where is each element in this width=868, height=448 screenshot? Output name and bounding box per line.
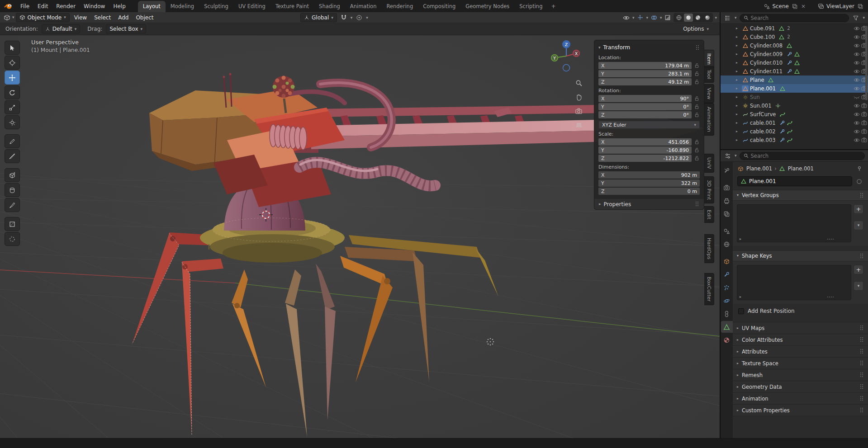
add-vertex-group-button[interactable]: + (854, 204, 863, 214)
panel-color-attributes[interactable]: ▸Color Attributes (733, 334, 868, 345)
outliner-item[interactable]: ▸Cube.0912 (721, 24, 868, 33)
unlink-icon[interactable]: × (800, 3, 806, 9)
outliner-item[interactable]: ▸Sun (721, 93, 868, 101)
lock-icon[interactable] (693, 95, 700, 102)
shading-options-caret-icon[interactable]: ▾ (715, 16, 717, 20)
vertex-group-specials-button[interactable]: ▾ (854, 221, 863, 230)
tool-add-cube[interactable] (5, 168, 20, 182)
visibility-icon[interactable] (622, 14, 631, 22)
mesh-data-icon[interactable] (779, 165, 786, 172)
show-overlays-icon[interactable] (650, 14, 658, 22)
toggle-xray-icon[interactable] (664, 14, 672, 22)
properties-tab-modifiers[interactable] (721, 269, 733, 280)
tool-rotate[interactable] (5, 85, 20, 99)
eye-icon[interactable] (853, 60, 860, 66)
properties-tab-object[interactable] (721, 255, 733, 267)
vertex-groups-panel-header[interactable]: ▾ Vertex Groups (733, 190, 868, 201)
eye-icon[interactable] (853, 25, 860, 32)
n-panel-tab-edit[interactable]: Edit (704, 206, 714, 223)
properties-tab-constraints[interactable] (721, 308, 733, 320)
editor-type-icon[interactable] (3, 14, 11, 22)
tool-transform[interactable] (5, 115, 20, 129)
expand-icon[interactable]: ▸ (736, 69, 742, 73)
outliner-scrollbar[interactable] (865, 26, 868, 100)
workspace-tab-texture-paint[interactable]: Texture Paint (270, 1, 314, 12)
navigation-gizmo[interactable]: Z X Y (551, 40, 580, 71)
panel-uv-maps[interactable]: ▸UV Maps (733, 322, 868, 334)
outliner-item[interactable]: ▸Cylinder.010 (721, 58, 868, 67)
expand-icon[interactable]: ▸ (736, 95, 742, 99)
expand-icon[interactable]: ▸ (736, 26, 742, 30)
rotation-y-field[interactable]: Y0° (598, 103, 692, 110)
dimensions-x-field[interactable]: X902 m (598, 171, 700, 179)
shading-wireframe-icon[interactable] (674, 14, 683, 22)
outliner-search-input[interactable]: Search (740, 14, 849, 22)
eye-icon[interactable] (853, 128, 860, 135)
expand-icon[interactable]: ▸ (736, 35, 742, 39)
properties-tab-output[interactable] (721, 195, 733, 207)
properties-tab-tool[interactable] (721, 165, 733, 176)
list-resize-grip[interactable] (827, 297, 834, 298)
copy-icon[interactable] (791, 3, 798, 9)
outliner-options-caret-icon[interactable]: ▾ (863, 16, 865, 20)
n-panel-tab-animation[interactable]: Animation (704, 103, 714, 136)
eye-icon[interactable] (853, 85, 860, 92)
panel-animation[interactable]: ▸Animation (733, 392, 868, 404)
show-overlays-caret-icon[interactable]: ▾ (660, 16, 662, 20)
tool-move[interactable] (5, 71, 20, 85)
n-panel-tab-item[interactable]: Item (704, 50, 714, 68)
panel-texture-space[interactable]: ▸Texture Space (733, 357, 868, 369)
camera-view-icon[interactable] (574, 106, 584, 116)
lock-icon[interactable] (693, 147, 700, 153)
visibility-caret-icon[interactable]: ▾ (632, 16, 635, 20)
scene-name[interactable]: Scene (772, 3, 789, 9)
camera-icon[interactable] (860, 111, 868, 118)
shading-rendered-icon[interactable] (703, 14, 712, 22)
shading-solid-icon[interactable] (684, 14, 693, 22)
list-filter-icon[interactable]: ▸ (740, 237, 741, 241)
transform-panel-header[interactable]: ▾ Transform (598, 42, 700, 52)
menu-help[interactable]: Help (109, 1, 129, 11)
vertex-groups-list[interactable]: ▸ (737, 204, 851, 242)
menu-window[interactable]: Window (80, 1, 109, 11)
viewport-menu-object[interactable]: Object (133, 13, 157, 22)
expand-icon[interactable]: ▸ (736, 121, 742, 125)
dimensions-y-field[interactable]: Y322 m (598, 179, 700, 187)
n-panel-tab-view[interactable]: View (704, 84, 714, 103)
tool-cursor[interactable] (5, 56, 20, 70)
object-cube-icon[interactable] (737, 165, 744, 172)
lock-icon[interactable] (693, 104, 700, 110)
expand-icon[interactable]: ▸ (736, 78, 742, 82)
panel-geometry-data[interactable]: ▸Geometry Data (733, 381, 868, 392)
shape-keys-panel-header[interactable]: ▾ Shape Keys (733, 250, 868, 261)
location-x-field[interactable]: X179.04 m (598, 62, 692, 69)
n-panel-tab-hardops[interactable]: HardOps (704, 234, 714, 263)
properties-tab-object-data[interactable] (721, 321, 733, 333)
properties-tab-world[interactable] (721, 238, 733, 250)
scale-x-field[interactable]: X451.056 (598, 138, 692, 146)
outliner-item[interactable]: ▸Cube.1002 (721, 33, 868, 41)
eye-icon[interactable] (853, 42, 860, 49)
drag-dropdown[interactable]: Select Box▾ (106, 24, 146, 33)
outliner-item[interactable]: ▸cable.003 (721, 136, 868, 144)
shape-key-specials-button[interactable]: ▾ (854, 281, 863, 291)
outliner-item[interactable]: ▸cable.002 (721, 127, 868, 136)
n-panel-tab-univ[interactable]: UniV (704, 154, 714, 173)
blender-logo-icon[interactable] (4, 3, 14, 10)
n-panel-tab-3d-print[interactable]: 3D Print (704, 176, 714, 203)
eye-icon[interactable] (853, 103, 860, 109)
properties-editor-icon[interactable] (724, 152, 732, 160)
properties-tab-material[interactable] (721, 334, 733, 346)
lock-icon[interactable] (693, 62, 700, 69)
transform-orientation-dropdown[interactable]: Global▾ (300, 13, 337, 22)
workspace-tab-compositing[interactable]: Compositing (418, 1, 460, 12)
tool-add-cylinder[interactable] (5, 183, 20, 197)
lock-icon[interactable] (693, 112, 700, 118)
pan-hand-icon[interactable] (574, 92, 584, 102)
expand-icon[interactable]: ▸ (736, 43, 742, 47)
outliner-editor-icon[interactable] (724, 14, 732, 22)
add-shape-key-button[interactable]: + (854, 265, 863, 274)
eye-icon[interactable] (853, 68, 860, 75)
eye-icon[interactable] (853, 51, 860, 57)
workspace-tab-layout[interactable]: Layout (138, 1, 166, 12)
